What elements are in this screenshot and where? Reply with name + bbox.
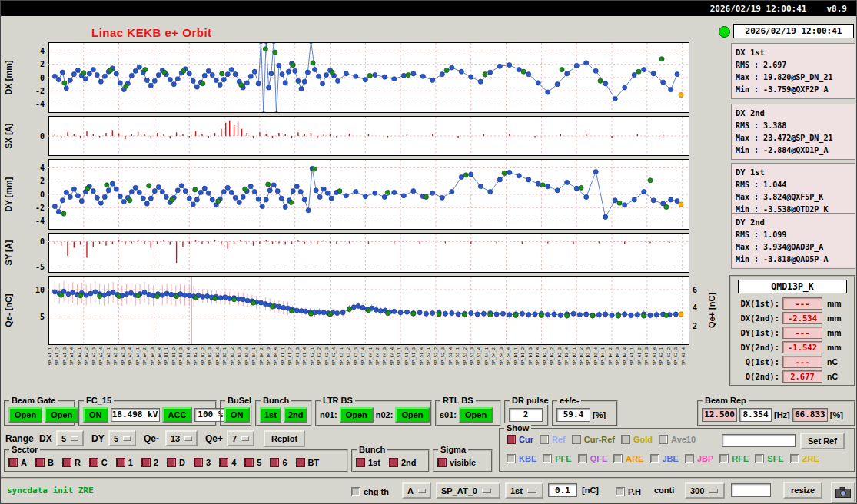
resize-button[interactable]: resize	[783, 482, 822, 499]
toggle-ave10[interactable]: Ave10	[659, 435, 696, 444]
checkbox-indicator	[507, 435, 516, 444]
toggle-2nd[interactable]: 2nd	[389, 458, 417, 467]
toggle-jbe[interactable]: JBE	[650, 454, 679, 463]
checkbox-label: C	[101, 458, 108, 467]
toggle-1st[interactable]: 1st	[356, 458, 380, 467]
checkbox-label: Cur	[519, 435, 533, 444]
range-dx-select[interactable]: 5	[56, 430, 84, 446]
range-dx-label: DX	[39, 433, 52, 444]
option-menu-dash	[527, 489, 536, 493]
checkbox-indicator	[578, 454, 587, 463]
bpm-label: SP_C2_3	[325, 347, 330, 365]
bunch-select[interactable]: 1st	[505, 482, 543, 499]
bunch-1st-button[interactable]: 1st	[260, 407, 281, 423]
rtl-bs-group: RTL BS s01: Open	[435, 400, 501, 426]
beam-rep-field: 12.500	[702, 408, 737, 422]
bpm-label: SP_B3_4	[245, 347, 250, 365]
bpm-label: SP_D1_4	[536, 347, 540, 365]
toggle-zre[interactable]: ZRE	[790, 454, 819, 463]
measurement-timestamp: 2026/02/19 12:00:41	[733, 24, 854, 38]
stats-rms: RMS : 2.697	[736, 59, 851, 71]
checkbox-indicator	[540, 435, 549, 444]
sector-select[interactable]: A	[402, 482, 431, 499]
set-ref-button[interactable]: Set Ref	[800, 433, 845, 449]
stats-min: Min : -3.759@QXF2P_A	[736, 84, 851, 96]
toggle-d[interactable]: D	[167, 458, 185, 467]
toggle-are[interactable]: ARE	[613, 454, 643, 463]
fc15-acc-button[interactable]: ACC	[162, 407, 193, 423]
toggle-4[interactable]: 4	[219, 458, 236, 467]
toggle-cur-ref[interactable]: Cur-Ref	[572, 435, 615, 444]
checkbox-label: 5	[257, 458, 261, 467]
dy-orbit-plot: 420-2-4DY [mm]	[1, 159, 722, 230]
toggle-1[interactable]: 1	[116, 458, 133, 467]
bpm-label: SP_51_1	[397, 347, 402, 365]
bpm-label: SP_B2_4	[216, 347, 221, 365]
beam-gate-1-button[interactable]: Open	[8, 407, 42, 423]
bpm-label: SP_B4_4	[274, 347, 278, 365]
toggle-jbp[interactable]: JBP	[685, 454, 713, 463]
bpm-label: SP_62_1	[659, 347, 664, 365]
toggle-ref[interactable]: Ref	[540, 435, 566, 444]
bunch-2nd-button[interactable]: 2nd	[284, 407, 308, 423]
threshold-field[interactable]: 0.1	[548, 483, 577, 497]
toggle-2[interactable]: 2	[141, 458, 158, 467]
screenshot-camera-button[interactable]	[831, 482, 855, 503]
toggle-b[interactable]: B	[35, 458, 54, 467]
bpm-label: SP_D4_4	[623, 347, 628, 365]
toggle-gold[interactable]: Gold	[621, 435, 653, 444]
svg-text:2: 2	[693, 322, 697, 330]
toggle-a[interactable]: A	[8, 458, 27, 467]
monitor-select[interactable]: SP_AT_0	[436, 482, 500, 499]
bpm-label: SP_52_2	[434, 347, 439, 365]
busel-on-button[interactable]: ON	[224, 407, 250, 423]
range-dy-select[interactable]: 5	[108, 430, 136, 446]
toggle-r[interactable]: R	[62, 458, 81, 467]
toggle-rfe[interactable]: RFE	[719, 454, 749, 463]
aux-field[interactable]	[731, 483, 771, 497]
checkbox-indicator	[437, 458, 447, 467]
bpm-label: SP_54_2	[492, 347, 497, 365]
toggle-chg-th[interactable]: chg th	[351, 487, 389, 496]
svg-text:4: 4	[693, 303, 697, 312]
range-qm-select[interactable]: 13	[165, 430, 198, 446]
toggle-cur[interactable]: Cur	[507, 435, 533, 444]
selected-monitor-name[interactable]: QMD13P_K	[738, 280, 847, 293]
count-select[interactable]: 300	[685, 482, 725, 499]
bunch-select-caption: Bunch	[357, 445, 387, 454]
ltr-n02-button[interactable]: Open	[395, 407, 429, 423]
toggle-sfe[interactable]: SFE	[755, 454, 783, 463]
toggle-6[interactable]: 6	[270, 458, 287, 467]
ratio-unit: [%]	[593, 410, 606, 419]
ref-name-field[interactable]	[722, 434, 796, 447]
toggle-qfe[interactable]: QFE	[578, 454, 608, 463]
beam-gate-2-button[interactable]: Open	[45, 407, 78, 423]
range-qp-select[interactable]: 7	[227, 430, 254, 446]
range-dy-label: DY	[91, 433, 105, 444]
replot-button[interactable]: Replot	[264, 430, 305, 447]
svg-text:DX [mm]: DX [mm]	[4, 60, 13, 95]
toggle-5[interactable]: 5	[244, 458, 261, 467]
toggle-3[interactable]: 3	[194, 458, 211, 467]
busel-caption: BuSel	[225, 396, 254, 405]
bpm-label: SP_54_3	[500, 347, 504, 365]
checkbox-label: RFE	[732, 454, 749, 463]
toggle-kbe[interactable]: KBE	[507, 454, 536, 463]
toggle-p-h[interactable]: P.H	[616, 487, 641, 496]
checkbox-indicator	[755, 454, 764, 463]
toggle-pfe[interactable]: PFE	[543, 454, 571, 463]
beam-gate-group: Beam Gate Open Open	[4, 400, 75, 426]
checkbox-label: ZRE	[802, 454, 819, 463]
stats-min: Min : -2.884@QXD1P_A	[736, 144, 851, 157]
toggle-bt[interactable]: BT	[296, 458, 320, 467]
toggle-visible[interactable]: visible	[437, 458, 476, 467]
checkbox-label: JBP	[697, 454, 713, 463]
monitor-row-label: Q(2nd):	[733, 372, 779, 381]
ltr-n01-button[interactable]: Open	[340, 407, 374, 423]
toggle-c[interactable]: C	[89, 458, 108, 467]
rtl-s01-button[interactable]: Open	[459, 407, 493, 423]
svg-text:0: 0	[40, 132, 45, 141]
bunch-group: Bunch 1st 2nd	[255, 400, 312, 426]
bpm-label: SP_D4_3	[616, 347, 620, 365]
fc15-on-button[interactable]: ON	[83, 407, 108, 423]
